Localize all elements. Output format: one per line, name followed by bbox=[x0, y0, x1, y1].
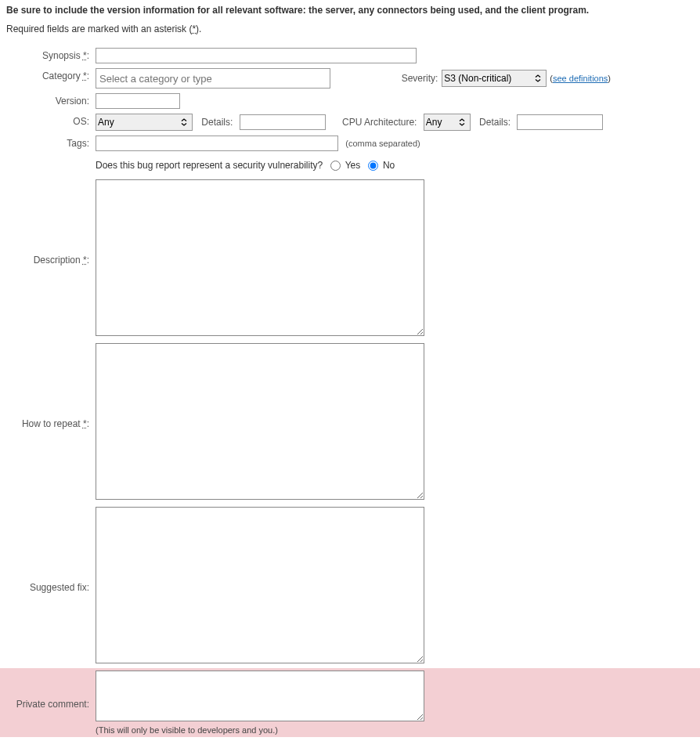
private-comment-textarea[interactable] bbox=[96, 671, 424, 721]
how-to-repeat-textarea[interactable] bbox=[96, 343, 424, 500]
suggested-fix-textarea[interactable] bbox=[96, 507, 424, 663]
description-label: Description *: bbox=[0, 177, 92, 341]
private-hint: (This will only be visible to developers… bbox=[96, 724, 697, 735]
security-question-row: Does this bug report represent a securit… bbox=[96, 156, 697, 175]
severity-label: Severity: bbox=[395, 73, 442, 84]
see-definitions-link[interactable]: see definitions bbox=[553, 74, 608, 83]
os-label: OS: bbox=[0, 111, 92, 133]
security-yes-radio[interactable] bbox=[330, 161, 341, 171]
version-label: Version: bbox=[0, 91, 92, 111]
required-fields-note: Required fields are marked with an aster… bbox=[0, 20, 700, 45]
synopsis-label: Synopsis *: bbox=[0, 45, 92, 66]
cpu-details-input[interactable] bbox=[517, 114, 603, 130]
cpu-label: CPU Architecture: bbox=[328, 117, 420, 128]
category-label: Category *: bbox=[0, 66, 92, 91]
synopsis-input[interactable] bbox=[96, 48, 417, 63]
security-no-radio[interactable] bbox=[368, 161, 378, 171]
suggested-fix-label: Suggested fix: bbox=[0, 504, 92, 668]
private-comment-label: Private comment: bbox=[0, 668, 92, 737]
yes-label: Yes bbox=[345, 160, 361, 171]
cpu-select[interactable]: Any bbox=[424, 114, 471, 131]
os-select[interactable]: Any bbox=[96, 114, 193, 131]
category-input[interactable] bbox=[96, 68, 330, 89]
submit-row: Send bug report bbox=[0, 737, 700, 741]
os-details-input[interactable] bbox=[240, 114, 326, 130]
version-input[interactable] bbox=[96, 93, 180, 109]
tags-label: Tags: bbox=[0, 133, 92, 154]
bug-report-form: Synopsis *: Category *: Severity: S3 (No… bbox=[0, 45, 700, 737]
version-info-notice: Be sure to include the version informati… bbox=[0, 0, 700, 20]
severity-select[interactable]: S3 (Non-critical) bbox=[442, 70, 547, 87]
tags-input[interactable] bbox=[96, 136, 338, 151]
security-question-text: Does this bug report represent a securit… bbox=[96, 160, 323, 171]
cpu-details-label: Details: bbox=[473, 117, 514, 128]
os-details-label: Details: bbox=[195, 117, 236, 128]
tags-hint: (comma separated) bbox=[341, 139, 420, 148]
description-textarea[interactable] bbox=[96, 179, 424, 336]
no-label: No bbox=[383, 160, 395, 171]
how-to-repeat-label: How to repeat *: bbox=[0, 341, 92, 504]
